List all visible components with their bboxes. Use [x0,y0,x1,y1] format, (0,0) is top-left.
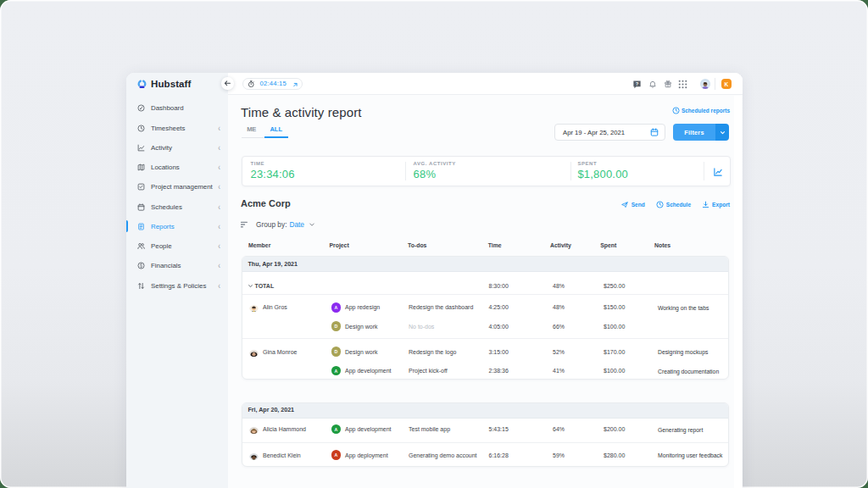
svg-text:?: ? [635,81,638,86]
